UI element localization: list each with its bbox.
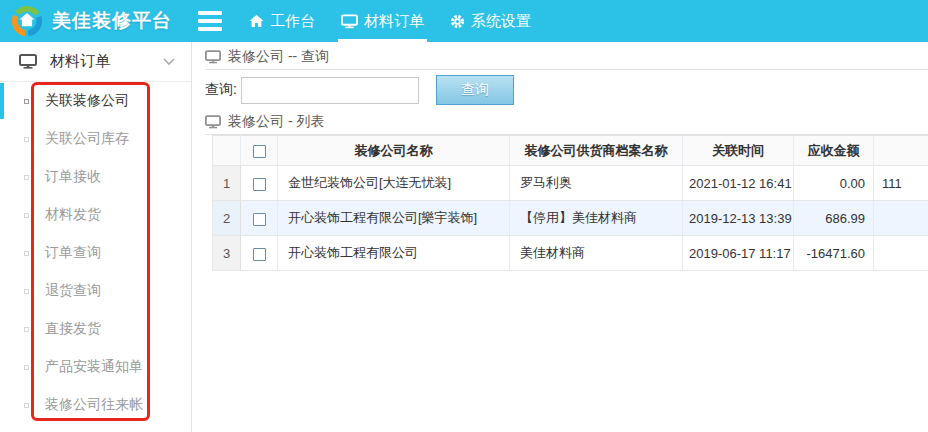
sidebar-item-label: 装修公司往来帐 <box>45 396 143 414</box>
main-content: 装修公司 -- 查询 查询: 查询 装修公司 - 列表 <box>192 42 928 432</box>
table-row[interactable]: 1 金世纪装饰公司[大连无忧装] 罗马利奥 2021-01-12 16:41 0… <box>213 166 928 201</box>
row-checkbox[interactable] <box>253 178 266 191</box>
table-header-row: 装修公司名称 装修公司供货商档案名称 关联时间 应收金额 <box>213 136 928 166</box>
table-row[interactable]: 3 开心装饰工程有限公司 美佳材料商 2019-06-17 11:17 -164… <box>213 236 928 271</box>
app-header: 美佳装修平台 工作台 材料订单 系统设置 <box>0 0 928 42</box>
table-row[interactable]: 2 开心装饰工程有限公司[樂宇装饰] 【停用】美佳材料商 2019-12-13 … <box>213 201 928 236</box>
company-table: 装修公司名称 装修公司供货商档案名称 关联时间 应收金额 1 金世纪装饰公司[大… <box>212 135 928 271</box>
sidebar-item-linked-company-inventory[interactable]: 关联公司库存 <box>0 120 191 158</box>
query-form: 查询: 查询 <box>205 71 928 109</box>
hamburger-menu-icon[interactable] <box>198 11 222 31</box>
sidebar-item-return-query[interactable]: 退货查询 <box>0 272 191 310</box>
cell-company-name: 开心装饰工程有限公司[樂宇装饰] <box>278 201 510 236</box>
top-nav: 工作台 材料订单 系统设置 <box>236 0 544 42</box>
column-header-extra <box>874 136 928 166</box>
chevron-down-icon <box>163 58 175 66</box>
cell-supplier: 罗马利奥 <box>510 166 683 201</box>
monitor-icon <box>341 14 358 29</box>
bullet-icon <box>24 99 29 104</box>
bullet-icon <box>24 251 29 256</box>
cell-amount: 0.00 <box>794 166 874 201</box>
select-all-checkbox[interactable] <box>253 145 266 158</box>
sidebar: 材料订单 关联装修公司 关联公司库存 订单接收 材料发货 <box>0 42 192 432</box>
cell-extra: 111 <box>874 166 928 201</box>
cell-supplier: 【停用】美佳材料商 <box>510 201 683 236</box>
list-section-title: 装修公司 - 列表 <box>228 113 324 131</box>
nav-item-system-settings[interactable]: 系统设置 <box>437 0 544 42</box>
cell-supplier: 美佳材料商 <box>510 236 683 271</box>
monitor-icon <box>205 115 221 129</box>
cell-extra <box>874 201 928 236</box>
sidebar-item-label: 退货查询 <box>45 282 101 300</box>
sidebar-item-label: 订单查询 <box>45 244 101 262</box>
row-number: 3 <box>213 236 241 271</box>
cell-link-time: 2019-12-13 13:39 <box>683 201 794 236</box>
monitor-icon <box>19 54 37 69</box>
sidebar-item-product-install-notice[interactable]: 产品安装通知单 <box>0 348 191 386</box>
list-section-header: 装修公司 - 列表 <box>205 110 928 135</box>
bullet-icon <box>24 365 29 370</box>
nav-item-label: 材料订单 <box>364 12 424 31</box>
cell-link-time: 2019-06-17 11:17 <box>683 236 794 271</box>
sidebar-item-label: 产品安装通知单 <box>45 358 143 376</box>
column-header-link-time: 关联时间 <box>683 136 794 166</box>
sidebar-item-linked-decoration-companies[interactable]: 关联装修公司 <box>0 82 191 120</box>
sidebar-item-label: 直接发货 <box>45 320 101 338</box>
cell-link-time: 2021-01-12 16:41 <box>683 166 794 201</box>
sidebar-item-label: 材料发货 <box>45 206 101 224</box>
column-header-supplier: 装修公司供货商档案名称 <box>510 136 683 166</box>
row-number: 1 <box>213 166 241 201</box>
app-logo-icon <box>10 4 44 38</box>
sidebar-item-label: 关联装修公司 <box>45 92 129 110</box>
sidebar-header-material-orders[interactable]: 材料订单 <box>0 42 191 82</box>
nav-item-workbench[interactable]: 工作台 <box>236 0 328 42</box>
bullet-icon <box>24 213 29 218</box>
row-number-header <box>213 136 241 166</box>
row-checkbox[interactable] <box>253 213 266 226</box>
column-header-company-name: 装修公司名称 <box>278 136 510 166</box>
row-number: 2 <box>213 201 241 236</box>
cell-amount: 686.99 <box>794 201 874 236</box>
query-section-title: 装修公司 -- 查询 <box>228 48 329 66</box>
row-checkbox[interactable] <box>253 248 266 261</box>
sidebar-item-material-shipping[interactable]: 材料发货 <box>0 196 191 234</box>
cell-company-name: 金世纪装饰公司[大连无忧装] <box>278 166 510 201</box>
bullet-icon <box>24 403 29 408</box>
home-icon <box>249 14 264 28</box>
bullet-icon <box>24 327 29 332</box>
nav-item-material-orders[interactable]: 材料订单 <box>328 0 437 42</box>
column-header-amount: 应收金额 <box>794 136 874 166</box>
select-all-header <box>241 136 278 166</box>
sidebar-item-order-query[interactable]: 订单查询 <box>0 234 191 272</box>
app-title: 美佳装修平台 <box>52 8 172 34</box>
sidebar-menu: 关联装修公司 关联公司库存 订单接收 材料发货 订单查询 退货查询 <box>0 82 191 424</box>
monitor-icon <box>205 50 221 64</box>
bullet-icon <box>24 289 29 294</box>
bullet-icon <box>24 175 29 180</box>
sidebar-item-order-receiving[interactable]: 订单接收 <box>0 158 191 196</box>
sidebar-item-direct-shipping[interactable]: 直接发货 <box>0 310 191 348</box>
cell-company-name: 开心装饰工程有限公司 <box>278 236 510 271</box>
cell-amount: -16471.60 <box>794 236 874 271</box>
query-section-header: 装修公司 -- 查询 <box>205 45 928 70</box>
nav-item-label: 系统设置 <box>471 12 531 31</box>
sidebar-item-company-account[interactable]: 装修公司往来帐 <box>0 386 191 424</box>
sidebar-item-label: 关联公司库存 <box>45 130 129 148</box>
bullet-icon <box>24 137 29 142</box>
nav-item-label: 工作台 <box>270 12 315 31</box>
sidebar-item-label: 订单接收 <box>45 168 101 186</box>
query-label: 查询: <box>205 81 237 99</box>
query-button[interactable]: 查询 <box>436 75 514 105</box>
gear-icon <box>450 14 465 29</box>
query-input[interactable] <box>241 77 419 104</box>
sidebar-header-label: 材料订单 <box>50 52 163 71</box>
cell-extra <box>874 236 928 271</box>
